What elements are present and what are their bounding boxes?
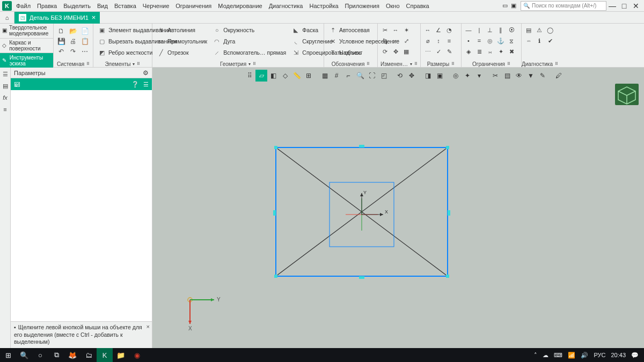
- dim-chain-icon[interactable]: ⋯: [423, 47, 433, 56]
- taskbar-app1[interactable]: 🦊: [64, 348, 80, 362]
- menu-diagnostics[interactable]: Диагностика: [266, 0, 306, 12]
- menu-settings[interactable]: Настройка: [306, 0, 341, 12]
- close-button[interactable]: ✕: [630, 0, 642, 12]
- vt-sketch-icon[interactable]: ▱: [255, 70, 267, 82]
- pattern-icon[interactable]: ▦: [401, 47, 411, 56]
- tray-lang[interactable]: РУС: [594, 352, 605, 358]
- c-fix-icon[interactable]: ⚓: [496, 36, 506, 46]
- layers-icon[interactable]: ▤: [1, 82, 10, 90]
- vt-wire-icon[interactable]: ▣: [434, 70, 445, 82]
- dim-diam-icon[interactable]: ⌀: [423, 36, 433, 46]
- vt-perp-icon[interactable]: ⌐: [342, 70, 354, 82]
- diag-over-icon[interactable]: ⚠: [535, 25, 544, 35]
- menu-insert[interactable]: Вставка: [111, 0, 140, 12]
- undo-icon[interactable]: ↶: [57, 47, 65, 56]
- menu-view[interactable]: Вид: [94, 0, 111, 12]
- tree-icon[interactable]: ☰: [1, 70, 10, 78]
- menu-select[interactable]: Выделить: [60, 0, 94, 12]
- c-collinear-icon[interactable]: ≣: [474, 47, 484, 56]
- menu-file[interactable]: Файл: [13, 0, 34, 12]
- trim-icon[interactable]: ✂: [380, 25, 390, 35]
- start-button[interactable]: ⊞: [0, 348, 16, 362]
- multiview2-icon[interactable]: ▣: [511, 2, 516, 9]
- extend-icon[interactable]: ↔: [391, 25, 400, 35]
- viewport[interactable]: ⠿ ▱ ◧ ◇ 📏 ⊞ ▦ # ⌐ 🔍 ⛶ ◰ ⟲ ✥ ◨ ▣ ◎ ✦ ▾ ✂ …: [152, 68, 644, 348]
- cmd-segment[interactable]: ╱Отрезок: [155, 48, 209, 57]
- cortana-icon[interactable]: ○: [32, 348, 48, 362]
- fx-icon[interactable]: fx: [1, 93, 10, 102]
- taskview-icon[interactable]: ⧉: [48, 348, 64, 362]
- c-midpoint-icon[interactable]: ◈: [464, 47, 473, 56]
- diag-dof-icon[interactable]: ▤: [524, 25, 533, 35]
- home-icon[interactable]: ⌂: [0, 12, 14, 24]
- dim-base-icon[interactable]: ≡: [444, 36, 454, 46]
- menu-window[interactable]: Окно: [383, 0, 403, 12]
- menu-constraints[interactable]: Ограничения: [172, 0, 215, 12]
- dim-auto-icon[interactable]: ✓: [434, 47, 443, 56]
- vt-grip-icon[interactable]: ⠿: [244, 70, 255, 82]
- save-icon[interactable]: 💾: [57, 37, 65, 46]
- taskbar-explorer[interactable]: 📁: [113, 348, 129, 362]
- command-search[interactable]: 🔍 Поиск по командам (Alt+/): [521, 1, 606, 11]
- tray-keyboard-icon[interactable]: ⌨: [554, 352, 562, 359]
- tab-wireframe[interactable]: ◇Каркас и поверхности: [0, 39, 53, 54]
- dim-radial-icon[interactable]: ◔: [444, 25, 454, 35]
- c-parallel-icon[interactable]: ∥: [496, 25, 506, 35]
- panel-settings-icon[interactable]: ⚙: [143, 69, 149, 77]
- panel-help-icon[interactable]: ❔: [131, 81, 139, 88]
- dim-ord-icon[interactable]: ↕: [434, 36, 443, 46]
- c-vertical-icon[interactable]: |: [474, 25, 484, 35]
- cmd-arc[interactable]: ◠Дуга: [210, 36, 288, 46]
- tray-volume-icon[interactable]: 🔊: [581, 352, 588, 359]
- dim-edit-icon[interactable]: ✎: [444, 47, 454, 56]
- tab-sketch-tools[interactable]: ✎Инструменты эскиза: [0, 53, 53, 68]
- maximize-button[interactable]: □: [618, 0, 630, 12]
- print-icon[interactable]: 🖨: [69, 37, 77, 46]
- list-icon[interactable]: ≡: [1, 105, 10, 114]
- diag-gap-icon[interactable]: ⎓: [524, 36, 533, 46]
- diag-info-icon[interactable]: ℹ: [535, 36, 544, 46]
- scale-icon[interactable]: ⤢: [401, 36, 411, 46]
- hint-close-icon[interactable]: ×: [147, 323, 150, 330]
- rotate-icon[interactable]: ⟳: [380, 47, 390, 56]
- tray-cloud-icon[interactable]: ☁: [543, 352, 548, 359]
- vt-view2-icon[interactable]: ✦: [462, 70, 473, 82]
- move-icon[interactable]: ✥: [391, 47, 400, 56]
- menu-apps[interactable]: Приложения: [342, 0, 383, 12]
- c-sym-icon[interactable]: ⧖: [507, 36, 516, 46]
- more-icon[interactable]: ⋯: [80, 47, 89, 56]
- diag-check-icon[interactable]: ✔: [545, 36, 555, 46]
- cmd-rectangle[interactable]: ▭Прямоугольник: [155, 36, 209, 46]
- vt-view3-icon[interactable]: ▾: [473, 70, 485, 82]
- c-perp-icon[interactable]: ⊥: [485, 25, 495, 35]
- dim-linear-icon[interactable]: ↔: [423, 25, 433, 35]
- c-horizontal-icon[interactable]: —: [464, 25, 473, 35]
- vt-hide-icon[interactable]: 👁: [513, 70, 525, 82]
- c-auto-icon[interactable]: ✦: [496, 47, 506, 56]
- taskbar-kompas[interactable]: K: [97, 348, 113, 362]
- mirror-icon[interactable]: ⧎: [380, 36, 390, 46]
- cmd-circle[interactable]: ○Окружность: [210, 25, 288, 35]
- new-icon[interactable]: 🗋: [57, 27, 65, 35]
- tray-time[interactable]: 20:43: [611, 352, 626, 358]
- vt-zoom-icon[interactable]: 🔍: [354, 70, 366, 82]
- c-concentric-icon[interactable]: ◎: [485, 36, 495, 46]
- open-icon[interactable]: 📂: [69, 27, 77, 35]
- c-coincident-icon[interactable]: •: [464, 36, 473, 46]
- taskbar-app2[interactable]: 🗂: [80, 348, 97, 362]
- diag-closed-icon[interactable]: ◯: [545, 25, 555, 35]
- document-tab[interactable]: ◳ Деталь БЕЗ ИМЕНИ1 ×: [14, 12, 100, 24]
- vt-snap-icon[interactable]: ◇: [279, 70, 291, 82]
- menu-modeling[interactable]: Моделирование: [215, 0, 265, 12]
- dim-angular-icon[interactable]: ∠: [434, 25, 443, 35]
- vt-zoomfit-icon[interactable]: ⛶: [366, 70, 378, 82]
- vt-rotate-icon[interactable]: ⟲: [394, 70, 406, 82]
- taskbar-app3[interactable]: ◉: [129, 348, 145, 362]
- tray-notifications-icon[interactable]: 💬: [631, 352, 639, 359]
- vt-section-icon[interactable]: ✂: [489, 70, 501, 82]
- panel-collapse-icon[interactable]: ☰: [143, 81, 149, 88]
- vt-grid-icon[interactable]: ▦: [319, 70, 331, 82]
- menu-help[interactable]: Справка: [403, 0, 433, 12]
- vt-grid2-icon[interactable]: #: [331, 70, 342, 82]
- vt-ortho-icon[interactable]: ⊞: [303, 70, 314, 82]
